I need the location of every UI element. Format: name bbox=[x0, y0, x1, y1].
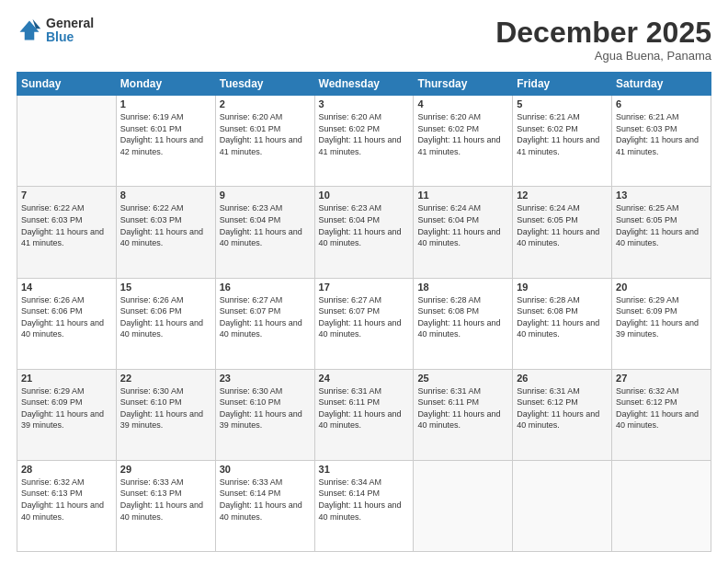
header-wednesday: Wednesday bbox=[314, 73, 414, 96]
table-row: 28Sunrise: 6:32 AMSunset: 6:13 PMDayligh… bbox=[17, 460, 117, 551]
table-row bbox=[612, 460, 711, 551]
table-row: 22Sunrise: 6:30 AMSunset: 6:10 PMDayligh… bbox=[116, 369, 215, 460]
weekday-header-row: Sunday Monday Tuesday Wednesday Thursday… bbox=[17, 73, 711, 96]
day-info: Sunrise: 6:31 AMSunset: 6:11 PMDaylight:… bbox=[417, 385, 508, 431]
calendar-week-row: 7Sunrise: 6:22 AMSunset: 6:03 PMDaylight… bbox=[17, 187, 711, 278]
day-info: Sunrise: 6:33 AMSunset: 6:14 PMDaylight:… bbox=[220, 477, 311, 523]
day-number: 2 bbox=[220, 98, 311, 109]
day-info: Sunrise: 6:31 AMSunset: 6:11 PMDaylight:… bbox=[319, 385, 410, 431]
day-info: Sunrise: 6:22 AMSunset: 6:03 PMDaylight:… bbox=[120, 202, 211, 248]
page: General Blue December 2025 Agua Buena, P… bbox=[0, 0, 728, 563]
day-info: Sunrise: 6:32 AMSunset: 6:13 PMDaylight:… bbox=[21, 477, 112, 523]
table-row: 2Sunrise: 6:20 AMSunset: 6:01 PMDaylight… bbox=[215, 96, 314, 187]
table-row: 17Sunrise: 6:27 AMSunset: 6:07 PMDayligh… bbox=[314, 278, 414, 369]
table-row: 16Sunrise: 6:27 AMSunset: 6:07 PMDayligh… bbox=[215, 278, 314, 369]
table-row bbox=[17, 96, 117, 187]
day-number: 10 bbox=[319, 190, 410, 201]
day-info: Sunrise: 6:20 AMSunset: 6:02 PMDaylight:… bbox=[417, 111, 508, 157]
day-number: 22 bbox=[120, 373, 211, 384]
table-row: 29Sunrise: 6:33 AMSunset: 6:13 PMDayligh… bbox=[116, 460, 215, 551]
day-number: 12 bbox=[517, 190, 608, 201]
day-info: Sunrise: 6:20 AMSunset: 6:01 PMDaylight:… bbox=[220, 111, 311, 157]
day-number: 6 bbox=[616, 98, 707, 109]
table-row: 6Sunrise: 6:21 AMSunset: 6:03 PMDaylight… bbox=[612, 96, 711, 187]
day-number: 14 bbox=[21, 282, 112, 293]
table-row: 21Sunrise: 6:29 AMSunset: 6:09 PMDayligh… bbox=[17, 369, 117, 460]
header: General Blue December 2025 Agua Buena, P… bbox=[17, 17, 711, 63]
table-row: 12Sunrise: 6:24 AMSunset: 6:05 PMDayligh… bbox=[513, 187, 612, 278]
day-info: Sunrise: 6:26 AMSunset: 6:06 PMDaylight:… bbox=[21, 294, 112, 340]
day-info: Sunrise: 6:20 AMSunset: 6:02 PMDaylight:… bbox=[319, 111, 410, 157]
day-info: Sunrise: 6:27 AMSunset: 6:07 PMDaylight:… bbox=[319, 294, 410, 340]
logo-general-text: General bbox=[46, 17, 94, 30]
day-info: Sunrise: 6:26 AMSunset: 6:06 PMDaylight:… bbox=[120, 294, 211, 340]
header-sunday: Sunday bbox=[17, 73, 117, 96]
day-info: Sunrise: 6:32 AMSunset: 6:12 PMDaylight:… bbox=[616, 385, 707, 431]
day-number: 30 bbox=[220, 464, 311, 475]
day-number: 9 bbox=[220, 190, 311, 201]
table-row: 5Sunrise: 6:21 AMSunset: 6:02 PMDaylight… bbox=[513, 96, 612, 187]
day-info: Sunrise: 6:33 AMSunset: 6:13 PMDaylight:… bbox=[120, 477, 211, 523]
logo-icon bbox=[17, 17, 42, 43]
day-number: 5 bbox=[517, 98, 608, 109]
calendar-table: Sunday Monday Tuesday Wednesday Thursday… bbox=[17, 72, 711, 552]
table-row: 8Sunrise: 6:22 AMSunset: 6:03 PMDaylight… bbox=[116, 187, 215, 278]
day-number: 8 bbox=[120, 190, 211, 201]
header-thursday: Thursday bbox=[414, 73, 513, 96]
day-number: 19 bbox=[517, 282, 608, 293]
day-number: 23 bbox=[220, 373, 311, 384]
day-info: Sunrise: 6:22 AMSunset: 6:03 PMDaylight:… bbox=[21, 202, 112, 248]
day-number: 1 bbox=[120, 98, 211, 109]
day-number: 11 bbox=[417, 190, 508, 201]
day-number: 25 bbox=[417, 373, 508, 384]
table-row: 24Sunrise: 6:31 AMSunset: 6:11 PMDayligh… bbox=[314, 369, 414, 460]
day-info: Sunrise: 6:34 AMSunset: 6:14 PMDaylight:… bbox=[319, 477, 410, 523]
day-info: Sunrise: 6:23 AMSunset: 6:04 PMDaylight:… bbox=[319, 202, 410, 248]
day-info: Sunrise: 6:24 AMSunset: 6:04 PMDaylight:… bbox=[417, 202, 508, 248]
day-info: Sunrise: 6:29 AMSunset: 6:09 PMDaylight:… bbox=[21, 385, 112, 431]
title-area: December 2025 Agua Buena, Panama bbox=[495, 17, 711, 63]
header-friday: Friday bbox=[513, 73, 612, 96]
table-row: 26Sunrise: 6:31 AMSunset: 6:12 PMDayligh… bbox=[513, 369, 612, 460]
day-number: 28 bbox=[21, 464, 112, 475]
day-number: 16 bbox=[220, 282, 311, 293]
day-number: 21 bbox=[21, 373, 112, 384]
table-row bbox=[414, 460, 513, 551]
day-info: Sunrise: 6:21 AMSunset: 6:03 PMDaylight:… bbox=[616, 111, 707, 157]
table-row: 27Sunrise: 6:32 AMSunset: 6:12 PMDayligh… bbox=[612, 369, 711, 460]
day-info: Sunrise: 6:28 AMSunset: 6:08 PMDaylight:… bbox=[517, 294, 608, 340]
header-saturday: Saturday bbox=[612, 73, 711, 96]
day-info: Sunrise: 6:19 AMSunset: 6:01 PMDaylight:… bbox=[120, 111, 211, 157]
day-info: Sunrise: 6:23 AMSunset: 6:04 PMDaylight:… bbox=[220, 202, 311, 248]
table-row: 10Sunrise: 6:23 AMSunset: 6:04 PMDayligh… bbox=[314, 187, 414, 278]
table-row bbox=[513, 460, 612, 551]
day-number: 4 bbox=[417, 98, 508, 109]
table-row: 25Sunrise: 6:31 AMSunset: 6:11 PMDayligh… bbox=[414, 369, 513, 460]
table-row: 15Sunrise: 6:26 AMSunset: 6:06 PMDayligh… bbox=[116, 278, 215, 369]
table-row: 14Sunrise: 6:26 AMSunset: 6:06 PMDayligh… bbox=[17, 278, 117, 369]
day-number: 7 bbox=[21, 190, 112, 201]
day-number: 13 bbox=[616, 190, 707, 201]
calendar-week-row: 21Sunrise: 6:29 AMSunset: 6:09 PMDayligh… bbox=[17, 369, 711, 460]
day-number: 20 bbox=[616, 282, 707, 293]
table-row: 31Sunrise: 6:34 AMSunset: 6:14 PMDayligh… bbox=[314, 460, 414, 551]
header-tuesday: Tuesday bbox=[215, 73, 314, 96]
table-row: 18Sunrise: 6:28 AMSunset: 6:08 PMDayligh… bbox=[414, 278, 513, 369]
table-row: 19Sunrise: 6:28 AMSunset: 6:08 PMDayligh… bbox=[513, 278, 612, 369]
day-number: 18 bbox=[417, 282, 508, 293]
day-number: 31 bbox=[319, 464, 410, 475]
day-number: 24 bbox=[319, 373, 410, 384]
day-info: Sunrise: 6:31 AMSunset: 6:12 PMDaylight:… bbox=[517, 385, 608, 431]
table-row: 30Sunrise: 6:33 AMSunset: 6:14 PMDayligh… bbox=[215, 460, 314, 551]
day-info: Sunrise: 6:21 AMSunset: 6:02 PMDaylight:… bbox=[517, 111, 608, 157]
day-info: Sunrise: 6:24 AMSunset: 6:05 PMDaylight:… bbox=[517, 202, 608, 248]
calendar-week-row: 14Sunrise: 6:26 AMSunset: 6:06 PMDayligh… bbox=[17, 278, 711, 369]
table-row: 4Sunrise: 6:20 AMSunset: 6:02 PMDaylight… bbox=[414, 96, 513, 187]
logo-text: General Blue bbox=[46, 17, 94, 45]
table-row: 13Sunrise: 6:25 AMSunset: 6:05 PMDayligh… bbox=[612, 187, 711, 278]
day-number: 3 bbox=[319, 98, 410, 109]
logo: General Blue bbox=[17, 17, 94, 45]
table-row: 9Sunrise: 6:23 AMSunset: 6:04 PMDaylight… bbox=[215, 187, 314, 278]
location-subtitle: Agua Buena, Panama bbox=[495, 49, 711, 63]
table-row: 1Sunrise: 6:19 AMSunset: 6:01 PMDaylight… bbox=[116, 96, 215, 187]
